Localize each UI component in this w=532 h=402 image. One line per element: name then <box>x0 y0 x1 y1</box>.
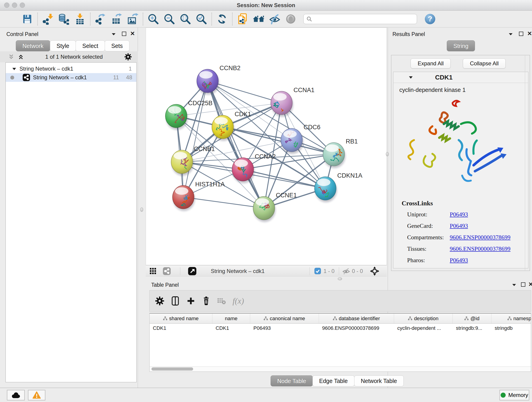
table-horizontal-scrollbar[interactable] <box>150 366 531 371</box>
zoom-in-button[interactable] <box>145 12 161 27</box>
hidden-eye-slash-icon[interactable] <box>342 267 350 275</box>
table-cell[interactable]: stringdb <box>491 325 531 331</box>
control-panel-close-icon[interactable]: ✕ <box>130 30 135 37</box>
column-header--id[interactable]: @id <box>453 313 491 323</box>
network-node-HIST1H1A[interactable]: HIST1H1A <box>172 181 225 211</box>
hide-selected-button[interactable] <box>267 12 283 27</box>
table-cell[interactable]: 9606.ENSP00000378699 <box>319 325 394 331</box>
table-row[interactable]: CDK1CDK1P064939606.ENSP00000378699cyclin… <box>150 324 531 333</box>
shared-column-icon <box>163 317 167 321</box>
tab-network[interactable]: Network <box>16 40 50 51</box>
gear-icon[interactable] <box>124 53 132 61</box>
results-panel-menu-icon[interactable] <box>508 32 513 36</box>
column-header-name[interactable]: name <box>212 313 250 323</box>
table-cell[interactable]: CDK1 <box>150 325 212 331</box>
open-in-window-icon[interactable] <box>188 267 196 275</box>
table-panel-close-icon[interactable]: ✕ <box>528 281 532 288</box>
scrollbar-thumb[interactable] <box>152 367 193 370</box>
save-session-button[interactable] <box>19 12 35 27</box>
network-app-icon[interactable] <box>163 267 171 275</box>
network-node-RB1[interactable]: RB1 <box>323 138 358 168</box>
export-table-button[interactable] <box>109 12 125 27</box>
table-cell[interactable]: P06493 <box>250 325 319 331</box>
column-header-canonical-name[interactable]: canonical name <box>250 313 319 323</box>
window-zoom-button[interactable] <box>20 2 25 8</box>
results-panel-float-icon[interactable] <box>519 32 523 36</box>
export-image-button[interactable] <box>125 12 141 27</box>
network-node-CDC25B[interactable]: CDC25B <box>165 100 213 130</box>
search-input[interactable] <box>312 16 409 22</box>
show-columns-icon[interactable] <box>171 296 180 306</box>
birds-eye-crosshair-icon[interactable] <box>370 266 380 276</box>
tab-sets[interactable]: Sets <box>105 40 129 51</box>
left-divider-grip[interactable] <box>140 207 143 212</box>
tab-node-table[interactable]: Node Table <box>271 375 313 386</box>
delete-column-trash-icon[interactable] <box>202 296 210 306</box>
network-node-CDK1[interactable]: CDK1 <box>212 111 251 141</box>
network-row-selected[interactable]: String Network – cdk1 11 48 <box>6 73 136 82</box>
crosslink-value[interactable]: P06493 <box>450 257 468 264</box>
table-panel-title: Table Panel <box>151 282 179 288</box>
results-panel-close-icon[interactable]: ✕ <box>527 30 532 37</box>
crosslink-value[interactable]: 9606.ENSP00000378699 <box>450 245 510 252</box>
tab-edge-table[interactable]: Edge Table <box>312 375 355 386</box>
tab-style[interactable]: Style <box>50 40 76 51</box>
zoom-selected-button[interactable] <box>193 12 209 27</box>
control-panel-menu-icon[interactable] <box>111 32 116 36</box>
cloud-icon <box>11 392 21 399</box>
add-column-icon[interactable] <box>186 296 196 306</box>
crosslink-value[interactable]: P06493 <box>450 211 468 218</box>
results-scroll-track[interactable] <box>525 56 525 270</box>
column-header-namespace[interactable]: namespace <box>491 313 531 323</box>
collapse-all-icon[interactable] <box>8 54 14 60</box>
expand-all-button[interactable]: Expand All <box>411 58 451 69</box>
expand-all-icon[interactable] <box>18 54 24 60</box>
automation-cloud-button[interactable] <box>7 390 25 400</box>
show-all-button[interactable] <box>283 12 299 27</box>
network-canvas[interactable]: CCNB2CCNA1CDC25BCDK1CDC6RB1CCNB1CCNA2CDK… <box>146 27 387 265</box>
table-settings-gear-icon[interactable] <box>155 296 164 306</box>
table-cell[interactable]: CDK1 <box>212 325 250 331</box>
disclosure-triangle-icon[interactable] <box>409 76 413 79</box>
crosslink-value[interactable]: 9606.ENSP00000378699 <box>450 234 510 241</box>
memory-button[interactable]: Memory <box>500 390 529 400</box>
window-minimize-button[interactable] <box>12 2 17 8</box>
export-image-icon <box>127 13 138 25</box>
column-header-description[interactable]: description <box>394 313 453 323</box>
crosslink-value[interactable]: P06493 <box>450 223 468 230</box>
export-network-button[interactable] <box>93 12 109 27</box>
import-database-button[interactable] <box>56 12 72 27</box>
table-cell[interactable]: stringdb:9... <box>453 325 491 331</box>
import-network-button[interactable] <box>40 12 56 27</box>
network-node-CCNA1[interactable]: CCNA1 <box>271 87 315 117</box>
control-panel-float-icon[interactable] <box>122 32 126 36</box>
clone-network-button[interactable] <box>234 12 251 27</box>
table-panel-menu-icon[interactable] <box>512 283 516 287</box>
network-node-CCNE1[interactable]: CCNE1 <box>253 192 297 222</box>
gene-section-header[interactable]: CDK1 <box>393 72 528 83</box>
tab-select[interactable]: Select <box>76 40 105 51</box>
update-network-button[interactable] <box>214 12 230 27</box>
help-icon: ? <box>424 13 436 25</box>
first-neighbors-button[interactable] <box>251 12 267 27</box>
import-table-button[interactable] <box>72 12 88 27</box>
window-close-button[interactable] <box>4 2 9 8</box>
selected-checkbox-icon[interactable] <box>314 268 321 274</box>
open-session-button[interactable] <box>3 12 19 27</box>
table-panel-float-icon[interactable] <box>521 282 525 287</box>
network-node-CDKN1A[interactable]: CDKN1A <box>315 172 362 202</box>
column-header-shared-name[interactable]: shared name <box>150 313 212 323</box>
collapse-all-button[interactable]: Collapse All <box>463 58 506 69</box>
help-button[interactable]: ? <box>422 12 438 27</box>
tab-string[interactable]: String <box>447 40 475 51</box>
disclosure-triangle-icon[interactable] <box>12 67 16 70</box>
network-collection-row[interactable]: String Network – cdk1 1 <box>6 64 136 73</box>
column-header-database-identifier[interactable]: database identifier <box>319 313 394 323</box>
network-node-CCNB2[interactable]: CCNB2 <box>197 65 241 95</box>
zoom-out-button[interactable] <box>161 12 177 27</box>
table-cell[interactable]: cyclin-dependent ... <box>394 325 453 331</box>
grid-view-icon[interactable] <box>149 268 157 275</box>
zoom-fit-button[interactable] <box>177 12 193 27</box>
warnings-button[interactable] <box>28 390 45 400</box>
tab-network-table[interactable]: Network Table <box>354 375 404 386</box>
